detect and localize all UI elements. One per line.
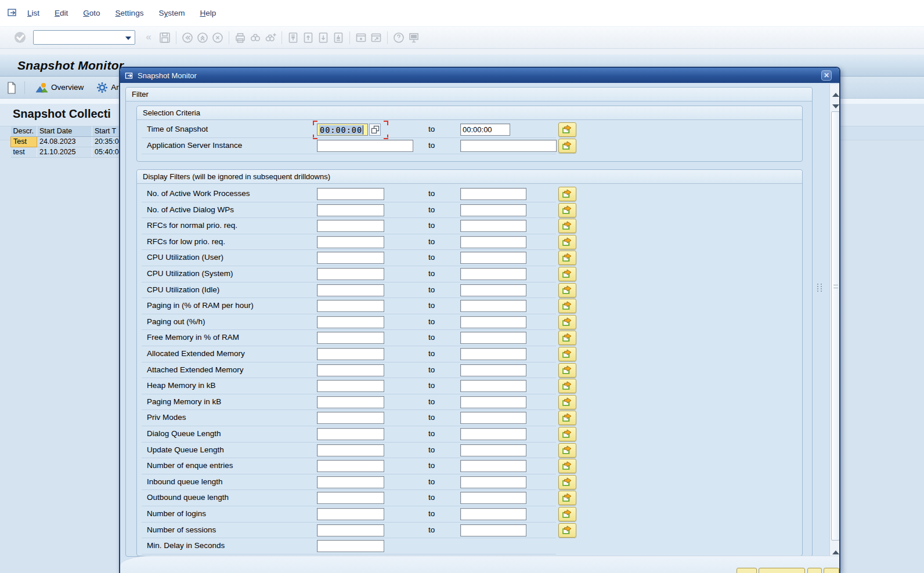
scrollbar-thumb[interactable] bbox=[831, 111, 840, 541]
multiple-selection-button[interactable] bbox=[558, 315, 576, 329]
menu-item-edit[interactable]: Edit bbox=[55, 9, 68, 17]
dialog-titlebar[interactable]: Snapshot Monitor ✕ bbox=[120, 68, 839, 83]
to-input[interactable] bbox=[460, 124, 510, 136]
create-button[interactable] bbox=[6, 81, 17, 94]
multiple-selection-button[interactable] bbox=[558, 251, 576, 265]
from-input[interactable] bbox=[317, 428, 384, 440]
table-cell[interactable]: 21.10.2025 bbox=[37, 147, 92, 158]
to-input[interactable] bbox=[460, 348, 526, 360]
menu-item-settings[interactable]: Settings bbox=[116, 9, 144, 17]
to-input[interactable] bbox=[460, 428, 526, 440]
scroll-down-icon[interactable] bbox=[831, 100, 840, 108]
analysis-button[interactable]: An bbox=[96, 82, 121, 93]
table-row[interactable]: test21.10.202505:40:0 bbox=[11, 147, 122, 158]
multiple-selection-button[interactable] bbox=[558, 443, 576, 458]
to-input[interactable] bbox=[460, 492, 526, 504]
find-icon[interactable] bbox=[248, 30, 263, 45]
print-icon[interactable] bbox=[233, 30, 248, 45]
multiple-selection-button[interactable] bbox=[558, 491, 576, 505]
to-input[interactable] bbox=[460, 332, 526, 344]
up-icon[interactable] bbox=[195, 30, 210, 45]
menu-item-goto[interactable]: Goto bbox=[83, 9, 100, 17]
first-page-icon[interactable] bbox=[286, 30, 301, 45]
table-cell[interactable]: 24.08.2023 bbox=[37, 137, 92, 147]
from-input[interactable]: 00:00:00 bbox=[317, 124, 368, 136]
overview-button[interactable]: Overview bbox=[35, 82, 84, 93]
multiple-selection-button[interactable] bbox=[558, 187, 576, 201]
multiple-selection-button[interactable] bbox=[558, 283, 576, 298]
from-input[interactable] bbox=[317, 476, 384, 488]
footer-button[interactable] bbox=[737, 568, 757, 573]
collapse-icon[interactable]: « bbox=[142, 30, 157, 45]
from-input[interactable] bbox=[317, 380, 384, 392]
layout-menu-icon[interactable] bbox=[406, 30, 421, 45]
to-input[interactable] bbox=[460, 220, 526, 232]
to-input[interactable] bbox=[460, 508, 526, 520]
scroll-up-icon[interactable] bbox=[831, 87, 840, 96]
to-input[interactable] bbox=[460, 204, 526, 216]
footer-button[interactable] bbox=[759, 568, 805, 573]
to-input[interactable] bbox=[460, 268, 526, 280]
multiple-selection-button[interactable] bbox=[558, 139, 576, 153]
menu-item-help[interactable]: Help bbox=[200, 9, 216, 17]
command-input[interactable] bbox=[34, 31, 121, 43]
column-header[interactable]: Descr. bbox=[11, 126, 37, 137]
exit-icon[interactable] bbox=[210, 30, 225, 45]
from-input[interactable] bbox=[317, 188, 384, 200]
from-input[interactable] bbox=[317, 396, 384, 408]
from-input[interactable] bbox=[317, 444, 384, 456]
to-input[interactable] bbox=[460, 460, 526, 472]
from-input[interactable] bbox=[317, 268, 384, 280]
multiple-selection-button[interactable] bbox=[558, 475, 576, 489]
save-icon[interactable] bbox=[157, 30, 172, 45]
next-page-icon[interactable] bbox=[316, 30, 331, 45]
from-input[interactable] bbox=[317, 508, 384, 520]
new-session-icon[interactable] bbox=[353, 30, 369, 45]
enter-check-icon[interactable] bbox=[15, 32, 26, 43]
multiple-selection-button[interactable] bbox=[558, 203, 576, 217]
table-cell[interactable]: 20:35:0 bbox=[92, 137, 122, 147]
multiple-selection-button[interactable] bbox=[558, 411, 576, 425]
from-input[interactable] bbox=[317, 204, 384, 216]
table-row[interactable]: Test24.08.202320:35:0 bbox=[11, 137, 122, 147]
help-icon[interactable] bbox=[391, 30, 406, 45]
multiple-selection-button[interactable] bbox=[558, 379, 576, 393]
from-input[interactable] bbox=[317, 300, 384, 312]
to-input[interactable] bbox=[460, 412, 526, 424]
last-page-icon[interactable] bbox=[331, 30, 346, 45]
from-input[interactable] bbox=[317, 412, 384, 424]
multiple-selection-button[interactable] bbox=[558, 122, 576, 137]
from-input[interactable] bbox=[317, 236, 384, 248]
dialog-scrollbar[interactable] bbox=[829, 84, 840, 573]
multiple-selection-button[interactable] bbox=[558, 395, 576, 409]
from-input[interactable] bbox=[317, 140, 413, 152]
multiple-selection-button[interactable] bbox=[558, 523, 576, 538]
command-field[interactable] bbox=[33, 30, 135, 45]
scroll-page-up-icon[interactable] bbox=[831, 545, 840, 553]
to-input[interactable] bbox=[460, 252, 526, 264]
to-input[interactable] bbox=[460, 300, 526, 312]
multiple-selection-button[interactable] bbox=[558, 427, 576, 441]
from-input[interactable] bbox=[317, 540, 384, 552]
to-input[interactable] bbox=[460, 140, 557, 152]
to-input[interactable] bbox=[460, 316, 526, 328]
from-input[interactable] bbox=[317, 252, 384, 264]
to-input[interactable] bbox=[460, 236, 526, 248]
from-input[interactable] bbox=[317, 348, 384, 360]
splitter-grip[interactable] bbox=[817, 284, 822, 292]
to-input[interactable] bbox=[460, 284, 526, 296]
column-header[interactable]: Start Date bbox=[37, 126, 92, 137]
menu-item-list[interactable]: List bbox=[27, 9, 39, 17]
from-input[interactable] bbox=[317, 524, 384, 536]
to-input[interactable] bbox=[460, 380, 526, 392]
multiple-selection-button[interactable] bbox=[558, 235, 576, 249]
to-input[interactable] bbox=[460, 444, 526, 456]
to-input[interactable] bbox=[460, 188, 526, 200]
prev-page-icon[interactable] bbox=[301, 30, 316, 45]
back-icon[interactable] bbox=[180, 30, 195, 45]
command-dropdown-icon[interactable] bbox=[125, 37, 131, 43]
from-input[interactable] bbox=[317, 460, 384, 472]
multiple-selection-button[interactable] bbox=[558, 459, 576, 473]
menu-item-system[interactable]: System bbox=[158, 9, 185, 17]
to-input[interactable] bbox=[460, 476, 526, 488]
